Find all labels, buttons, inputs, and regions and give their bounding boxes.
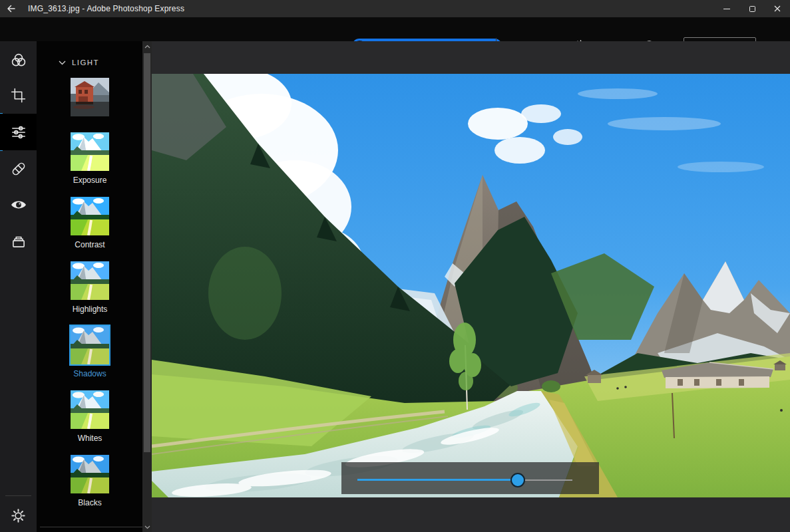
adjustment-item[interactable]: Whites — [71, 390, 109, 445]
chevron-down-icon — [144, 525, 150, 529]
adjustment-thumbnail[interactable] — [71, 78, 109, 116]
chevron-down-icon — [59, 61, 66, 65]
thumbnail-preview-image — [71, 132, 109, 171]
looks-icon — [10, 51, 27, 68]
titlebar: IMG_3613.jpg - Adobe Photoshop Express — [0, 0, 790, 17]
tool-adjustments[interactable] — [0, 114, 37, 150]
light-section-header[interactable]: LIGHT — [37, 57, 152, 68]
tool-red-eye[interactable] — [0, 186, 37, 223]
adjustment-item[interactable]: Highlights — [71, 261, 109, 316]
red-eye-icon — [10, 196, 27, 213]
adjustment-thumbnail[interactable] — [71, 197, 109, 235]
adjustment-item[interactable]: Exposure — [71, 132, 109, 187]
window-title: IMG_3613.jpg - Adobe Photoshop Express — [28, 4, 184, 13]
thumbnail-preview-image — [71, 197, 109, 235]
adjustment-thumbnail[interactable] — [71, 390, 109, 429]
gear-icon — [10, 507, 27, 524]
adjustment-label: Highlights — [73, 303, 108, 316]
minimize-icon — [723, 9, 730, 9]
adjustment-list: Exposure — [37, 78, 143, 519]
scroll-down-button[interactable] — [142, 522, 152, 532]
adjustments-sliders-icon — [10, 124, 27, 141]
thumbnail-preview-image — [71, 78, 109, 116]
back-button[interactable] — [0, 0, 23, 17]
healing-bandaid-icon — [10, 160, 27, 178]
thumbnail-preview-image — [71, 390, 109, 429]
tool-crop[interactable] — [0, 77, 37, 114]
adjustments-panel: LIGHT — [37, 41, 152, 532]
slider-handle[interactable] — [510, 473, 525, 487]
slider-fill — [357, 479, 518, 481]
adjustment-thumbnail[interactable] — [71, 326, 109, 364]
photo-canvas[interactable] — [152, 74, 790, 497]
maximize-icon — [749, 6, 755, 12]
adjustment-label: Shadows — [73, 368, 106, 380]
adjustment-label: Exposure — [73, 174, 107, 187]
workspace — [152, 41, 790, 532]
tool-borders[interactable] — [0, 223, 37, 259]
chevron-up-icon — [144, 45, 150, 49]
adjustment-label: Whites — [78, 432, 102, 445]
arrow-left-icon — [6, 3, 17, 14]
close-button[interactable] — [765, 0, 790, 17]
thumbnail-preview-image — [71, 326, 109, 364]
adjustment-item[interactable] — [71, 78, 109, 122]
maximize-button[interactable] — [739, 0, 765, 17]
tool-rail — [0, 41, 37, 532]
adjustment-label: Contrast — [75, 239, 104, 251]
tool-healing[interactable] — [0, 150, 37, 187]
light-section-label: LIGHT — [72, 59, 99, 66]
tool-looks[interactable] — [0, 41, 37, 78]
borders-stack-icon — [10, 233, 27, 250]
adjustment-label: Blacks — [78, 497, 101, 509]
settings-button[interactable] — [0, 497, 37, 532]
adjustment-thumbnail[interactable] — [71, 261, 109, 300]
adjustment-thumbnail[interactable] — [71, 132, 109, 171]
panel-scrollbar[interactable] — [142, 41, 152, 532]
scroll-up-button[interactable] — [142, 41, 152, 51]
minimize-button[interactable] — [714, 0, 739, 17]
adjustment-item[interactable]: Shadows — [71, 326, 109, 380]
adjustment-slider-overlay — [341, 462, 599, 494]
rail-divider — [5, 495, 31, 496]
adjustment-item[interactable]: Contrast — [71, 197, 109, 251]
toolbar: Ps Get PS Express on Mobile for FREE — [0, 17, 790, 41]
close-icon — [774, 5, 781, 12]
scrollbar-thumb[interactable] — [144, 53, 150, 452]
thumbnail-preview-image — [71, 455, 109, 493]
mountain-landscape-photo — [152, 74, 790, 497]
thumbnail-preview-image — [71, 261, 109, 300]
adjustment-thumbnail[interactable] — [71, 455, 109, 493]
panel-divider — [40, 527, 142, 527]
window-controls — [714, 0, 790, 17]
crop-icon — [10, 87, 27, 104]
adjustment-item[interactable]: Blacks — [71, 455, 109, 509]
slider-track[interactable] — [357, 479, 572, 481]
